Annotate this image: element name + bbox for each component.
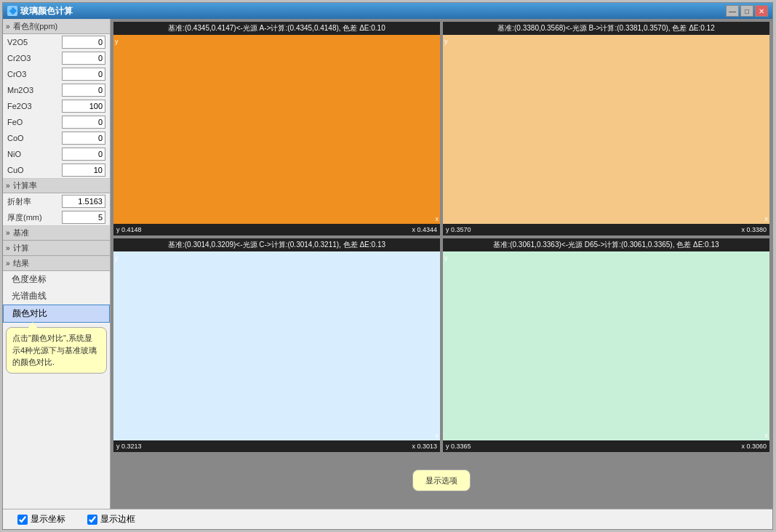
- tooltip-display-options: 显示选项: [412, 469, 471, 492]
- color-cell-a: 基准:(0.4345,0.4147)<-光源 A->计算:(0.4345,0.4…: [113, 22, 440, 235]
- show-axis-checkbox[interactable]: [17, 515, 28, 525]
- thickness-input[interactable]: [62, 211, 105, 224]
- color-display-b: y x: [443, 35, 769, 224]
- axis-x-c: x: [436, 432, 439, 439]
- input-feo[interactable]: [62, 116, 105, 129]
- label-cuo: CuO: [7, 166, 45, 174]
- color-row-bottom: 基准:(0.3014,0.3209)<-光源 C->计算:(0.3014,0.3…: [113, 238, 769, 452]
- bottom-bar: 显示坐标 显示边框: [3, 509, 772, 529]
- label-cro3: CrO3: [7, 70, 45, 78]
- axis-y-c: y: [115, 254, 119, 262]
- color-display-c: y x: [113, 251, 440, 440]
- axis-y-d65: y: [444, 254, 448, 262]
- color-grids: 基准:(0.4345,0.4147)<-光源 A->计算:(0.4345,0.4…: [111, 19, 772, 509]
- thickness-row: 厚度(mm): [3, 209, 110, 225]
- left-panel: 看色剂(ppm) V2O5Cr2O3CrO3Mn2O3Fe2O3FeOCoONi…: [3, 19, 111, 509]
- input-mn2o3[interactable]: [62, 84, 105, 97]
- minimize-button[interactable]: —: [726, 5, 739, 17]
- close-button[interactable]: ✕: [755, 5, 768, 17]
- label-v2o5: V2O5: [7, 38, 45, 47]
- color-header-c: 基准:(0.3014,0.3209)<-光源 C->计算:(0.3014,0.3…: [113, 238, 440, 251]
- input-row-v2o5: V2O5: [3, 34, 110, 50]
- color-footer-c: y 0.3213 x 0.3013: [113, 440, 440, 452]
- color-display-a: y x: [113, 35, 440, 224]
- label-cr2o3: Cr2O3: [7, 54, 45, 63]
- refractive-label: 折射率: [7, 196, 45, 207]
- input-row-cro3: CrO3: [3, 66, 110, 82]
- input-row-cr2o3: Cr2O3: [3, 50, 110, 66]
- title-bar: 🔷 玻璃颜色计算 — □ ✕: [3, 3, 772, 19]
- color-footer-d65: y 0.3365 x 0.3060: [443, 440, 769, 452]
- color-row-top: 基准:(0.4345,0.4147)<-光源 A->计算:(0.4345,0.4…: [113, 22, 769, 235]
- title-bar-left: 🔷 玻璃颜色计算: [7, 5, 73, 17]
- color-footer-b: y 0.3570 x 0.3380: [443, 224, 769, 235]
- show-axis-checkbox-label[interactable]: 显示坐标: [17, 513, 65, 525]
- input-cuo[interactable]: [62, 164, 105, 177]
- input-row-fe2o3: Fe2O3: [3, 98, 110, 114]
- inputs-container: V2O5Cr2O3CrO3Mn2O3Fe2O3FeOCoONiOCuO: [3, 34, 110, 178]
- thickness-label: 厚度(mm): [7, 212, 45, 223]
- input-row-coo: CoO: [3, 130, 110, 146]
- input-nio[interactable]: [62, 148, 105, 161]
- bottom-display-area: 显示选项: [113, 455, 769, 506]
- input-cro3[interactable]: [62, 68, 105, 81]
- refractive-input[interactable]: [62, 195, 105, 208]
- input-row-nio: NiO: [3, 146, 110, 162]
- section-base: 基准: [3, 225, 110, 241]
- axis-y-a: y: [115, 38, 119, 45]
- input-coo[interactable]: [62, 132, 105, 145]
- show-border-label: 显示边框: [100, 513, 135, 525]
- axis-x-d65: x: [765, 432, 769, 439]
- color-cell-c: 基准:(0.3014,0.3209)<-光源 C->计算:(0.3014,0.3…: [113, 238, 440, 452]
- color-display-d65: y x: [443, 251, 769, 440]
- show-border-checkbox-label[interactable]: 显示边框: [87, 513, 135, 525]
- input-cr2o3[interactable]: [62, 52, 105, 65]
- label-mn2o3: Mn2O3: [7, 86, 45, 94]
- tooltip-color-compare: 点击"颜色对比",系统显 示4种光源下与基准玻璃 的颜色对比.: [6, 327, 107, 374]
- color-header-d65: 基准:(0.3061,0.3363)<-光源 D65->计算:(0.3061,0…: [443, 238, 769, 251]
- label-fe2o3: Fe2O3: [7, 102, 45, 110]
- show-axis-label: 显示坐标: [31, 513, 65, 525]
- color-footer-a: y 0.4148 x 0.4344: [113, 224, 440, 235]
- axis-x-b: x: [765, 215, 769, 222]
- main-window: 🔷 玻璃颜色计算 — □ ✕ 看色剂(ppm) V2O5Cr2O3CrO3Mn2…: [2, 2, 773, 530]
- section-result: 计算: [3, 241, 110, 256]
- label-coo: CoO: [7, 134, 45, 142]
- section-calc: 计算率: [3, 178, 110, 193]
- input-row-mn2o3: Mn2O3: [3, 82, 110, 98]
- color-cell-b: 基准:(0.3380,0.3568)<-光源 B->计算:(0.3381,0.3…: [443, 22, 769, 235]
- maximize-button[interactable]: □: [740, 5, 753, 17]
- color-header-b: 基准:(0.3380,0.3568)<-光源 B->计算:(0.3381,0.3…: [443, 22, 769, 35]
- input-fe2o3[interactable]: [62, 100, 105, 113]
- title-buttons: — □ ✕: [726, 5, 768, 17]
- color-header-a: 基准:(0.4345,0.4147)<-光源 A->计算:(0.4345,0.4…: [113, 22, 440, 35]
- axis-x-a: x: [436, 215, 439, 222]
- menu-item-0[interactable]: 色度坐标: [3, 271, 110, 288]
- main-content: 看色剂(ppm) V2O5Cr2O3CrO3Mn2O3Fe2O3FeOCoONi…: [3, 19, 772, 509]
- refractive-row: 折射率: [3, 193, 110, 209]
- section-watching: 看色剂(ppm): [3, 19, 110, 34]
- input-row-feo: FeO: [3, 114, 110, 130]
- section-results-label: 结果: [3, 256, 110, 271]
- menu-item-1[interactable]: 光谱曲线: [3, 288, 110, 305]
- app-icon: 🔷: [7, 6, 17, 16]
- axis-y-b: y: [444, 38, 448, 45]
- menu-item-2[interactable]: 颜色对比: [3, 305, 110, 323]
- input-row-cuo: CuO: [3, 162, 110, 178]
- color-cell-d65: 基准:(0.3061,0.3363)<-光源 D65->计算:(0.3061,0…: [443, 238, 769, 452]
- right-panel: 基准:(0.4345,0.4147)<-光源 A->计算:(0.4345,0.4…: [111, 19, 772, 509]
- input-v2o5[interactable]: [62, 36, 105, 49]
- window-title: 玻璃颜色计算: [20, 5, 73, 17]
- show-border-checkbox[interactable]: [87, 515, 97, 525]
- label-feo: FeO: [7, 118, 45, 126]
- label-nio: NiO: [7, 150, 45, 158]
- menu-items-container: 色度坐标光谱曲线颜色对比: [3, 271, 110, 323]
